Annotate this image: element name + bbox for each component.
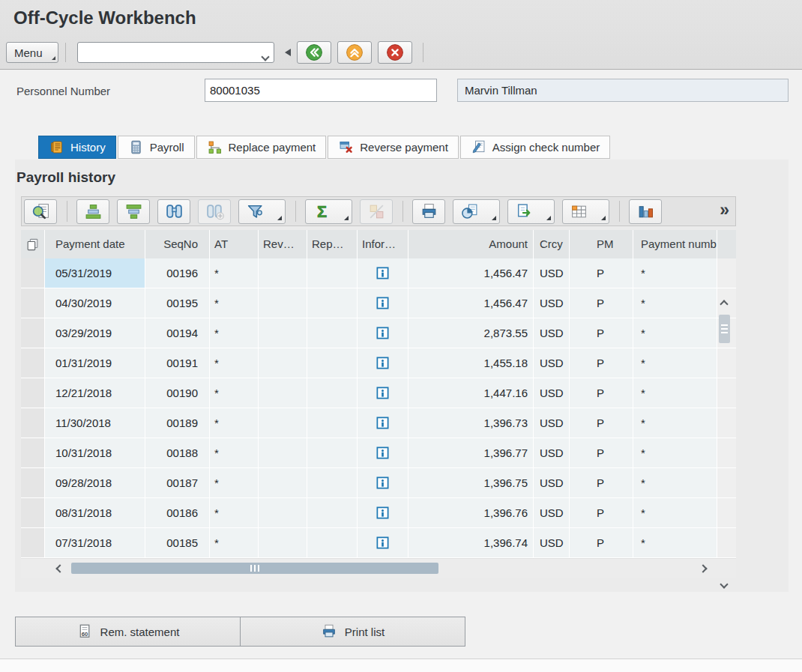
amount-cell[interactable]: 1,396.73 [408, 408, 534, 438]
amount-cell[interactable]: 1,447.16 [408, 378, 534, 408]
pm-cell[interactable]: P [570, 318, 633, 348]
information-icon[interactable] [376, 506, 390, 520]
amount-cell[interactable]: 1,456.47 [408, 288, 534, 318]
seqno-cell[interactable]: 00195 [145, 288, 210, 318]
information-cell[interactable] [358, 288, 408, 318]
payment-number-cell[interactable]: * [633, 528, 717, 558]
at-cell[interactable]: * [210, 468, 259, 498]
seqno-cell[interactable]: 00188 [145, 438, 210, 468]
crcy-cell[interactable]: USD [534, 528, 570, 558]
pm-cell[interactable]: P [570, 378, 633, 408]
rep-cell[interactable] [307, 378, 358, 408]
export-button[interactable] [507, 199, 555, 224]
information-cell[interactable] [358, 408, 408, 438]
pm-cell[interactable]: P [570, 258, 633, 288]
rev-cell[interactable] [259, 288, 307, 318]
pm-cell[interactable]: P [570, 528, 633, 558]
tab-reverse-payment[interactable]: Reverse payment [328, 136, 459, 159]
table-row[interactable]: 08/31/2018 00186 * 1,396.76 USD P * [21, 498, 736, 528]
at-cell[interactable]: * [210, 318, 259, 348]
payment-date-cell[interactable]: 03/29/2019 [45, 318, 145, 348]
seqno-cell[interactable]: 00189 [145, 408, 210, 438]
information-icon[interactable] [376, 386, 390, 400]
column-header-seqno[interactable]: SeqNo [145, 230, 210, 258]
rev-cell[interactable] [259, 378, 307, 408]
scroll-up-icon[interactable] [720, 300, 728, 308]
horizontal-scrollbar[interactable] [21, 558, 736, 578]
payment-date-cell[interactable]: 01/31/2019 [45, 348, 145, 378]
views-button[interactable] [453, 199, 500, 224]
rev-cell[interactable] [259, 408, 307, 438]
row-selector-cell[interactable] [21, 378, 45, 408]
rev-cell[interactable] [259, 258, 307, 288]
rep-cell[interactable] [307, 468, 358, 498]
payment-date-cell[interactable]: 11/30/2018 [45, 408, 145, 438]
at-cell[interactable]: * [210, 378, 259, 408]
column-header-pm[interactable]: PM [570, 230, 633, 258]
rev-cell[interactable] [259, 438, 307, 468]
payment-date-cell[interactable]: 07/31/2018 [45, 528, 145, 558]
information-icon[interactable] [376, 266, 390, 280]
at-cell[interactable]: * [210, 408, 259, 438]
at-cell[interactable]: * [210, 258, 259, 288]
information-cell[interactable] [358, 468, 408, 498]
rev-cell[interactable] [259, 498, 307, 528]
payment-number-cell[interactable]: * [633, 258, 717, 288]
rep-cell[interactable] [307, 408, 358, 438]
seqno-cell[interactable]: 00185 [145, 528, 210, 558]
table-row[interactable]: 03/29/2019 00194 * 2,873.55 USD P * [21, 318, 736, 348]
crcy-cell[interactable]: USD [534, 258, 570, 288]
seqno-cell[interactable]: 00190 [145, 378, 210, 408]
column-header-payment-date[interactable]: Payment date [45, 230, 145, 258]
payment-date-cell[interactable]: 05/31/2019 [45, 258, 145, 288]
payment-number-cell[interactable]: * [633, 288, 717, 318]
amount-cell[interactable]: 1,396.75 [408, 468, 534, 498]
information-icon[interactable] [376, 326, 390, 340]
information-cell[interactable] [358, 318, 408, 348]
payment-number-cell[interactable]: * [633, 408, 717, 438]
rep-cell[interactable] [307, 318, 358, 348]
menu-button[interactable]: Menu [6, 42, 58, 63]
rev-cell[interactable] [259, 468, 307, 498]
payment-number-cell[interactable]: * [633, 318, 717, 348]
payment-number-cell[interactable]: * [633, 468, 717, 498]
information-icon[interactable] [376, 296, 390, 310]
row-selector-cell[interactable] [21, 288, 45, 318]
payment-number-cell[interactable]: * [633, 438, 717, 468]
row-selector-cell[interactable] [21, 438, 45, 468]
crcy-cell[interactable]: USD [534, 498, 570, 528]
at-cell[interactable]: * [210, 438, 259, 468]
payment-number-cell[interactable]: * [633, 378, 717, 408]
amount-cell[interactable]: 1,455.18 [408, 348, 534, 378]
payment-date-cell[interactable]: 12/21/2018 [45, 378, 145, 408]
rep-cell[interactable] [307, 438, 358, 468]
information-icon[interactable] [376, 536, 390, 550]
information-cell[interactable] [358, 348, 408, 378]
payment-number-cell[interactable]: * [633, 348, 717, 378]
details-button[interactable] [24, 199, 57, 224]
at-cell[interactable]: * [210, 498, 259, 528]
column-header-amount[interactable]: Amount [408, 230, 534, 258]
amount-cell[interactable]: 1,396.76 [408, 498, 534, 528]
crcy-cell[interactable]: USD [534, 288, 570, 318]
pm-cell[interactable]: P [570, 288, 633, 318]
scroll-right-icon[interactable] [699, 564, 707, 572]
crcy-cell[interactable]: USD [534, 378, 570, 408]
tab-replace-payment[interactable]: Replace payment [196, 136, 327, 159]
seqno-cell[interactable]: 00194 [145, 318, 210, 348]
table-row[interactable]: 10/31/2018 00188 * 1,396.77 USD P * [21, 438, 736, 468]
crcy-cell[interactable]: USD [534, 408, 570, 438]
column-header-rev[interactable]: Rev… [259, 230, 307, 258]
pm-cell[interactable]: P [570, 438, 633, 468]
at-cell[interactable]: * [210, 348, 259, 378]
scroll-left-icon[interactable] [55, 564, 64, 572]
payment-date-cell[interactable]: 09/28/2018 [45, 468, 145, 498]
seqno-cell[interactable]: 00187 [145, 468, 210, 498]
amount-cell[interactable]: 1,396.74 [408, 528, 534, 558]
information-cell[interactable] [358, 498, 408, 528]
at-cell[interactable]: * [210, 288, 259, 318]
vertical-scrollbar[interactable] [717, 295, 733, 595]
exit-button[interactable] [337, 41, 372, 64]
sort-ascending-button[interactable] [76, 199, 109, 224]
crcy-cell[interactable]: USD [534, 318, 570, 348]
